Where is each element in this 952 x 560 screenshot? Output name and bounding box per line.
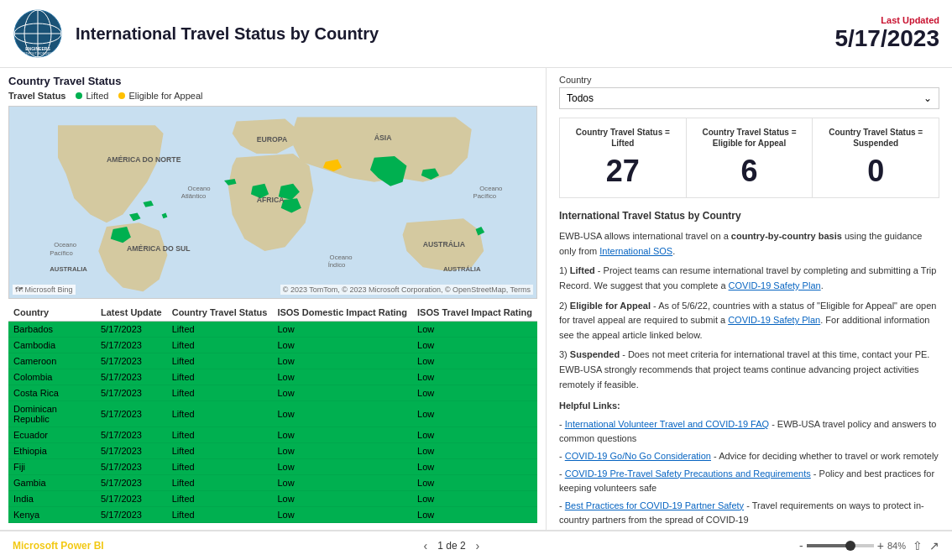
cell-date: 5/17/2023 [96, 491, 167, 507]
share-icon[interactable]: ⇧ [913, 539, 923, 552]
table-row: Fiji 5/17/2023 Lifted Low Low [8, 459, 537, 475]
cell-status: Lifted [167, 338, 273, 353]
footer: Microsoft Power BI ‹ 1 de 2 › - + 84% ⇧ … [0, 530, 952, 560]
zoom-thumb [845, 541, 855, 551]
zoom-slider[interactable] [807, 544, 874, 547]
cell-country: Barbados [8, 322, 96, 338]
cell-date: 5/17/2023 [96, 443, 167, 459]
cell-domestic: Low [272, 353, 412, 369]
cell-date: 5/17/2023 [96, 322, 167, 338]
col-latest-update: Latest Update [96, 304, 167, 322]
svg-text:AUSTRÁLIA: AUSTRÁLIA [423, 240, 466, 249]
svg-text:Pacífico: Pacífico [473, 192, 496, 200]
lifted-dot [76, 92, 82, 99]
cell-domestic: Low [272, 385, 412, 401]
cell-date: 5/17/2023 [96, 369, 167, 385]
info-para-3: 2) Eligible for Appeal - As of 5/6/22, c… [559, 299, 939, 343]
logo: ENGINEERS WITHOUT BORDERS [13, 8, 63, 59]
cell-travel: Low [412, 322, 537, 338]
covid-safety-plan-link-2[interactable]: COVID-19 Safety Plan [728, 315, 820, 325]
next-page-button[interactable]: › [473, 537, 484, 554]
fullscreen-icon[interactable]: ↗ [929, 539, 939, 552]
table-row: Cambodia 5/17/2023 Lifted Low Low [8, 338, 537, 353]
cell-country: Fiji [8, 459, 96, 475]
eligible-dot [118, 92, 125, 99]
svg-text:Oceano: Oceano [188, 185, 211, 192]
cell-domestic: Low [272, 322, 412, 338]
country-filter-select[interactable]: Todos ⌄ [559, 87, 939, 109]
partner-safety-link[interactable]: Best Practices for COVID-19 Partner Safe… [565, 500, 744, 510]
cell-date: 5/17/2023 [96, 459, 167, 475]
cell-status: Lifted [167, 459, 273, 475]
cell-travel: Low [412, 353, 537, 369]
cell-travel: Low [412, 475, 537, 491]
cell-date: 5/17/2023 [96, 507, 167, 523]
cell-domestic: Low [272, 338, 412, 353]
helpful-links-title: Helpful Links: [559, 399, 939, 414]
country-table: Country Latest Update Country Travel Sta… [8, 304, 537, 523]
status-card-0: Country Travel Status = Lifted 27 [560, 118, 687, 197]
cell-travel: Low [412, 443, 537, 459]
prev-page-button[interactable]: ‹ [421, 537, 432, 554]
cell-status: Lifted [167, 385, 273, 401]
data-table-container[interactable]: Country Latest Update Country Travel Sta… [8, 304, 537, 523]
link-item-2: - COVID-19 Go/No Go Consideration - Advi… [559, 449, 939, 464]
cell-status: Lifted [167, 401, 273, 427]
covid-safety-plan-link-1[interactable]: COVID-19 Safety Plan [729, 280, 821, 290]
status-card-number-2: 0 [823, 154, 928, 189]
cell-domestic: Low [272, 443, 412, 459]
cell-country: Dominican Republic [8, 401, 96, 427]
cell-status: Lifted [167, 475, 273, 491]
filter-value: Todos [567, 92, 594, 104]
cell-date: 5/17/2023 [96, 353, 167, 369]
link-item-4: - Best Practices for COVID-19 Partner Sa… [559, 499, 939, 528]
col-travel-impact: ISOS Travel Impact Rating [412, 304, 537, 322]
page-title: International Travel Status by Country [76, 23, 379, 44]
zoom-in-button[interactable]: + [877, 539, 884, 552]
svg-text:Oceano: Oceano [54, 241, 76, 249]
svg-text:WITHOUT BORDERS: WITHOUT BORDERS [21, 51, 55, 55]
info-para-2: 1) Lifted - Project teams can resume int… [559, 264, 939, 293]
cell-status: Lifted [167, 353, 273, 369]
cell-status: Lifted [167, 427, 273, 443]
intl-sos-link[interactable]: International SOS [599, 246, 672, 256]
section-title: Country Travel Status [8, 75, 537, 87]
cell-country: India [8, 491, 96, 507]
link-item-3: - COVID-19 Pre-Travel Safety Precautions… [559, 467, 939, 496]
cell-country: Gambia [8, 475, 96, 491]
zoom-out-button[interactable]: - [799, 539, 803, 552]
map-attribution: © 2023 TomTom, © 2023 Microsoft Corporat… [280, 285, 533, 295]
svg-text:EUROPA: EUROPA [257, 135, 288, 144]
svg-text:ÁSIA: ÁSIA [374, 133, 392, 142]
volunteer-travel-faq-link[interactable]: International Volunteer Travel and COVID… [565, 419, 769, 429]
pre-travel-safety-link[interactable]: COVID-19 Pre-Travel Safety Precautions a… [565, 468, 811, 479]
go-no-go-link[interactable]: COVID-19 Go/No Go Consideration [565, 451, 711, 461]
info-para-4: 3) Suspended - Does not meet criteria fo… [559, 348, 939, 392]
cell-country: Cambodia [8, 338, 96, 353]
cell-date: 5/17/2023 [96, 427, 167, 443]
svg-text:AMÉRICA DO SUL: AMÉRICA DO SUL [127, 244, 191, 253]
cell-domestic: Low [272, 491, 412, 507]
cell-status: Lifted [167, 507, 273, 523]
table-row: India 5/17/2023 Lifted Low Low [8, 491, 537, 507]
link-item-1: - International Volunteer Travel and COV… [559, 417, 939, 447]
cell-domestic: Low [272, 427, 412, 443]
cell-domestic: Low [272, 369, 412, 385]
cell-country: Ethiopia [8, 443, 96, 459]
cell-travel: Low [412, 369, 537, 385]
power-bi-link[interactable]: Microsoft Power BI [13, 540, 104, 552]
cell-country: Kenya [8, 507, 96, 523]
svg-text:ÁFRICA: ÁFRICA [257, 196, 285, 204]
content-area: Country Travel Status Travel Status Lift… [0, 68, 952, 530]
header: ENGINEERS WITHOUT BORDERS International … [0, 0, 952, 68]
svg-text:AUSTRALIA: AUSTRALIA [50, 265, 87, 273]
helpful-links: Helpful Links: - International Volunteer… [559, 399, 939, 530]
cell-date: 5/17/2023 [96, 338, 167, 353]
status-card-number-0: 27 [570, 154, 676, 189]
travel-status-label: Travel Status [8, 91, 65, 101]
filter-label: Country [559, 75, 939, 85]
eligible-label: Eligible for Appeal [128, 91, 202, 101]
col-country: Country [8, 304, 96, 322]
footer-right: - + 84% ⇧ ↗ [799, 539, 939, 552]
cell-country: Cameroon [8, 353, 96, 369]
